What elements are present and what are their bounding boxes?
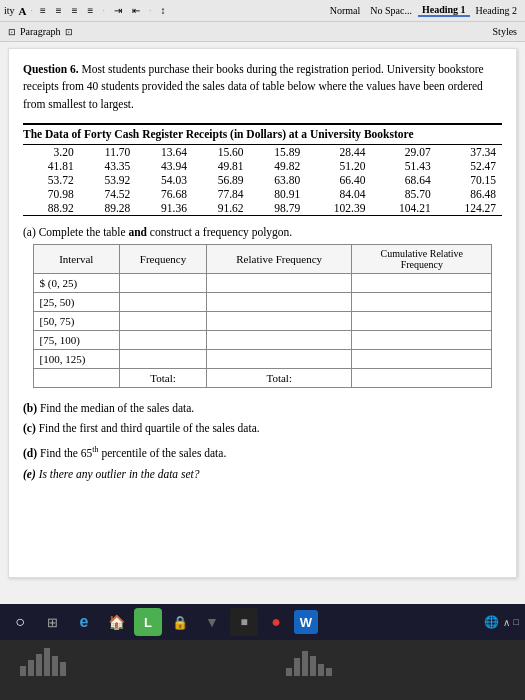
freq-cell — [119, 349, 206, 368]
data-cell: 63.80 — [250, 173, 307, 187]
freq-cell — [119, 330, 206, 349]
paragraph-label: Paragraph — [20, 26, 61, 37]
part-e-label: (e) — [23, 468, 36, 480]
data-table-row: 53.7253.9254.0356.8963.8066.4068.6470.15 — [23, 173, 502, 187]
question-body: Most students purchase their books durin… — [23, 63, 484, 110]
align-right-btn[interactable]: ≡ — [69, 5, 81, 16]
part-b-label: (b) — [23, 402, 37, 414]
data-cell: 77.84 — [193, 187, 250, 201]
freq-cell — [207, 330, 352, 349]
bar-2 — [28, 660, 34, 676]
decrease-indent-btn[interactable]: ⇤ — [129, 5, 143, 16]
explorer-btn[interactable]: 🏠 — [102, 608, 130, 636]
data-cell: 54.03 — [136, 173, 193, 187]
data-cell: 91.62 — [193, 201, 250, 216]
freq-col-interval: Interval — [33, 244, 119, 273]
part-a-id: (a) — [23, 226, 36, 238]
freq-cell — [207, 292, 352, 311]
part-c-text: Find the first and third quartile of the… — [36, 422, 260, 434]
freq-col-cum-rel-freq: Cumulative RelativeFrequency — [352, 244, 492, 273]
data-cell: 49.81 — [193, 159, 250, 173]
data-cell: 29.07 — [371, 144, 436, 159]
data-cell: 43.35 — [80, 159, 137, 173]
bar-6 — [60, 662, 66, 676]
start-btn[interactable]: ○ — [6, 608, 34, 636]
data-cell: 43.94 — [136, 159, 193, 173]
data-cell: 11.70 — [80, 144, 137, 159]
freq-cell — [119, 292, 206, 311]
part-a-text: Complete the table — [36, 226, 129, 238]
libreoffice-btn[interactable]: L — [134, 608, 162, 636]
data-cell: 124.27 — [437, 201, 502, 216]
part-d-text2: percentile of the sales data. — [99, 447, 227, 459]
indent-btn[interactable]: ⇥ — [111, 5, 125, 16]
freq-cell: [25, 50) — [33, 292, 119, 311]
bar-r1 — [286, 668, 292, 676]
style-heading2[interactable]: Heading 2 — [472, 5, 521, 16]
separator: · — [31, 5, 34, 16]
mini-bars-right — [286, 646, 332, 676]
paragraph-section: ⊡ Paragraph ⊡ — [8, 26, 73, 37]
rec-btn[interactable]: ● — [262, 608, 290, 636]
style-normal[interactable]: Normal — [326, 5, 365, 16]
data-cell: 70.98 — [23, 187, 80, 201]
data-cell: 13.64 — [136, 144, 193, 159]
data-cell: 37.34 — [437, 144, 502, 159]
data-cell: 53.92 — [80, 173, 137, 187]
expand-icon: ⊡ — [8, 27, 16, 37]
part-c: (c) Find the first and third quartile of… — [23, 418, 502, 439]
freq-cell — [207, 311, 352, 330]
part-a-label: (a) Complete the table and construct a f… — [23, 226, 502, 238]
data-table-row: 41.8143.3543.9449.8149.8251.2051.4352.47 — [23, 159, 502, 173]
part-b-text: Find the median of the sales data. — [37, 402, 194, 414]
freq-col-rel-freq: Relative Frequency — [207, 244, 352, 273]
question-number: Question 6. — [23, 63, 79, 75]
line-spacing-btn[interactable]: ↕ — [157, 5, 168, 16]
bar-5 — [52, 656, 58, 676]
data-cell: 91.36 — [136, 201, 193, 216]
bar-3 — [36, 654, 42, 676]
data-cell: 104.21 — [371, 201, 436, 216]
bold-icon: A — [19, 5, 27, 17]
data-cell: 52.47 — [437, 159, 502, 173]
task-view-btn[interactable]: ⊞ — [38, 608, 66, 636]
data-cell: 56.89 — [193, 173, 250, 187]
edge-btn[interactable]: e — [70, 608, 98, 636]
lock-btn[interactable]: 🔒 — [166, 608, 194, 636]
data-table-row: 3.2011.7013.6415.6015.8928.4429.0737.34 — [23, 144, 502, 159]
align-left-btn[interactable]: ≡ — [37, 5, 49, 16]
style-no-spacing[interactable]: No Spac... — [366, 5, 416, 16]
bar-r4 — [310, 656, 316, 676]
freq-col-frequency: Frequency — [119, 244, 206, 273]
font-name: ity — [4, 5, 15, 16]
freq-table-row: [50, 75) — [33, 311, 492, 330]
data-table-row: 70.9874.5276.6877.8480.9184.0485.7086.48 — [23, 187, 502, 201]
bar-1 — [20, 666, 26, 676]
bar-r5 — [318, 664, 324, 676]
freq-cell — [352, 292, 492, 311]
part-d-label: (d) — [23, 447, 37, 459]
freq-total-cell — [33, 368, 119, 387]
data-cell: 84.04 — [306, 187, 371, 201]
question-text: Question 6. Most students purchase their… — [23, 61, 502, 113]
data-cell: 88.92 — [23, 201, 80, 216]
part-a-bold: and — [128, 226, 147, 238]
freq-cell — [119, 311, 206, 330]
data-cell: 68.64 — [371, 173, 436, 187]
bottom-chart-left — [20, 646, 66, 676]
data-cell: 3.20 — [23, 144, 80, 159]
document-area: Question 6. Most students purchase their… — [8, 48, 517, 578]
bottom-area — [0, 640, 525, 700]
align-center-btn[interactable]: ≡ — [53, 5, 65, 16]
video-btn[interactable]: ■ — [230, 608, 258, 636]
data-table-row: 88.9289.2891.3691.6298.79102.39104.21124… — [23, 201, 502, 216]
word-btn[interactable]: W — [294, 610, 318, 634]
freq-cell — [352, 273, 492, 292]
tray-caret[interactable]: ∧ — [503, 617, 510, 628]
data-cell: 102.39 — [306, 201, 371, 216]
media-btn[interactable]: ▼ — [198, 608, 226, 636]
style-heading1[interactable]: Heading 1 — [418, 4, 470, 17]
align-justify-btn[interactable]: ≡ — [85, 5, 97, 16]
ribbon-row: ⊡ Paragraph ⊡ Styles — [0, 22, 525, 42]
data-cell: 28.44 — [306, 144, 371, 159]
